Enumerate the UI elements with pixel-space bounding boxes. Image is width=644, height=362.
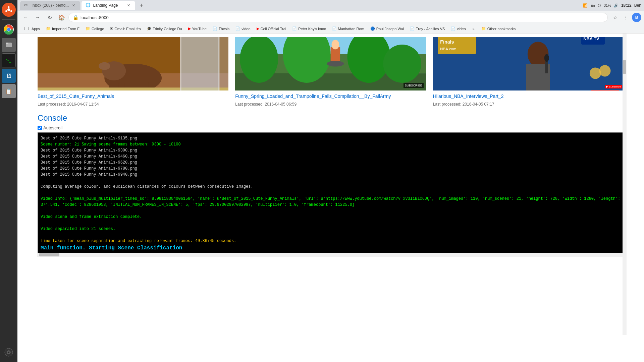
peter-icon: 📄 (292, 26, 297, 31)
bookmark-other-label: Other bookmarks (487, 27, 516, 31)
console-line-12: Video scene and frame extraction complet… (41, 214, 621, 220)
console-line-7 (41, 178, 621, 184)
bookmark-troy[interactable]: 📄 Troy - Achilles VS (407, 26, 447, 32)
svg-point-1 (7, 8, 10, 11)
videos-section: Best_of_2015_Cute_Funny_Animals Last pro… (38, 34, 624, 110)
home-button[interactable]: 🏠 (56, 12, 67, 23)
svg-rect-9 (6, 43, 8, 44)
new-tab-button[interactable]: + (137, 1, 146, 10)
bookmark-thesis-label: Thesis (219, 27, 229, 31)
pcmanfm-icon[interactable]: 🖥 (2, 69, 16, 83)
chrome-icon[interactable] (2, 22, 16, 37)
console-line-9 (41, 190, 621, 196)
svg-point-51 (599, 65, 610, 76)
console-line-6: Best_of_2015_Cute_Funny_Animals-9940.png (41, 172, 621, 178)
svg-point-12 (8, 352, 9, 353)
svg-point-7 (7, 28, 10, 31)
svg-point-18 (99, 62, 110, 70)
landing-favicon: 🌐 (86, 3, 91, 8)
bookmark-troy-label: Troy - Achilles VS (416, 27, 445, 31)
svg-text:NBA.com: NBA.com (440, 47, 456, 51)
terminal-icon[interactable]: >_ (2, 53, 16, 67)
youtube-subscribe-badge: ▶ Subscribe (605, 85, 622, 88)
console-line-17: Main function. Starting Scene Classifica… (41, 244, 621, 252)
notes-icon[interactable]: 📋 (2, 84, 16, 98)
bookmark-video1[interactable]: 📄 video (233, 26, 253, 32)
video-card-3: Finals NBA.com NBA TV (433, 37, 624, 107)
bookmark-thesis[interactable]: 📄 Thesis (210, 26, 232, 32)
ubuntu-icon[interactable] (2, 3, 16, 17)
page-scrollbar-thumb[interactable] (623, 60, 626, 74)
address-bar[interactable]: 🔒 localhost:8000 (68, 13, 608, 22)
bookmark-college[interactable]: 📁 College (83, 26, 107, 32)
bookmark-video2-label: video (457, 27, 466, 31)
console-line-14: Video separated into 21 scenes. (41, 226, 621, 232)
manhattan-icon: 📄 (332, 26, 337, 31)
bookmark-youtube[interactable]: ▶ YouTube (185, 26, 209, 32)
video-title-1[interactable]: Best_of_2015_Cute_Funny_Animals (38, 93, 228, 100)
console-output[interactable]: Best_of_2015_Cute_Funny_Animals-9135.png… (38, 132, 624, 253)
bookmark-paul[interactable]: 🔵 Paul Joseph Wal (368, 26, 407, 32)
troy-icon: 📄 (410, 26, 415, 31)
bookmark-other[interactable]: 📁 Other bookmarks (479, 26, 518, 32)
svg-point-34 (332, 40, 339, 49)
forward-button[interactable]: → (32, 12, 43, 23)
bookmark-manhattan[interactable]: 📄 Manhattan Rom (329, 26, 367, 32)
console-line-3: Best_of_2015_Cute_Funny_Animals-9460.png (41, 154, 621, 160)
apps-icon: ⋮⋮ (23, 26, 30, 31)
bookmark-paul-label: Paul Joseph Wal (376, 27, 404, 31)
profile-avatar[interactable]: B (632, 13, 641, 22)
content-area: Best_of_2015_Cute_Funny_Animals Last pro… (17, 34, 644, 362)
address-lock-icon: 🔒 (73, 15, 78, 20)
console-line-8: Computing average colour, and euclidean … (41, 184, 621, 190)
svg-point-32 (327, 61, 344, 66)
video1-icon: 📄 (235, 26, 240, 31)
bookmark-peter[interactable]: 📄 Peter Kay's knoc (289, 26, 328, 32)
bookmark-video2[interactable]: 📄 video (448, 26, 468, 32)
bookmark-cell[interactable]: ▶ Cell Official Trai (254, 26, 289, 32)
bookmark-youtube-label: YouTube (192, 27, 207, 31)
gmail-favicon: ✉ (24, 3, 30, 8)
tab-landing-close[interactable]: ✕ (126, 3, 131, 8)
user-name: Ben (634, 3, 641, 8)
svg-text:Finals: Finals (440, 39, 454, 45)
dvd-icon[interactable] (2, 345, 16, 359)
video-title-2[interactable]: Funny_Spring_Loaded_and_Trampoline_Fails… (235, 93, 426, 100)
console-scrollbar-h[interactable] (38, 253, 624, 257)
back-button[interactable]: ← (20, 12, 31, 23)
bookmarks-overflow[interactable]: » (471, 26, 477, 32)
bookmark-trinity[interactable]: 🎓 Trinity College Du (144, 26, 185, 32)
last-processed-2: Last processed: 2016-04-05 06:59 (235, 102, 426, 107)
svg-point-45 (544, 54, 549, 62)
bookmark-imported[interactable]: 📁 Imported From F (43, 26, 82, 32)
bookmark-apps[interactable]: ⋮⋮ Apps (20, 26, 43, 32)
bluetooth-icon: ⬡ (598, 3, 601, 8)
svg-text:NBA TV: NBA TV (583, 37, 599, 41)
bookmark-star-icon[interactable]: ☆ (610, 13, 620, 22)
files-icon[interactable] (2, 38, 16, 52)
autoscroll-label[interactable]: Autoscroll (38, 125, 624, 130)
bookmark-college-label: College (92, 27, 104, 31)
tab-landing[interactable]: 🌐 Landing Page ✕ (82, 1, 135, 10)
video-card-1: Best_of_2015_Cute_Funny_Animals Last pro… (38, 37, 228, 107)
tab-gmail[interactable]: ✉ Inbox (268) - benfd... ✕ (20, 1, 80, 10)
bookmark-gmail[interactable]: ✉ Gmail: Email fro (107, 26, 143, 32)
console-line-2: Best_of_2015_Cute_Funny_Animals-9300.png (41, 147, 621, 154)
video-card-2: SUBSCRIBE SUBSCRIBE Funny_Spring_Loaded_… (235, 37, 426, 107)
video-title-3[interactable]: Hilarious_NBA_Interviews_Part_2 (433, 93, 624, 100)
bookmark-gmail-label: Gmail: Email fro (114, 27, 141, 31)
console-line-13 (41, 220, 621, 226)
page-scrollbar-v[interactable] (623, 34, 627, 335)
autoscroll-checkbox[interactable] (38, 126, 42, 130)
bookmark-trinity-label: Trinity College Du (153, 27, 182, 31)
reload-button[interactable]: ↻ (44, 12, 55, 23)
console-line-15 (41, 232, 621, 238)
cell-icon: ▶ (257, 26, 259, 31)
console-line-10: Video Info: {'mean_plus_multiplier_times… (41, 196, 621, 208)
menu-icon[interactable]: ⋮ (621, 13, 631, 22)
title-bar: ✉ Inbox (268) - benfd... ✕ 🌐 Landing Pag… (17, 0, 644, 11)
svg-point-31 (383, 45, 422, 83)
autoscroll-text: Autoscroll (43, 125, 62, 130)
tab-gmail-close[interactable]: ✕ (71, 3, 76, 8)
nav-right-controls: ☆ ⋮ B (610, 13, 641, 22)
